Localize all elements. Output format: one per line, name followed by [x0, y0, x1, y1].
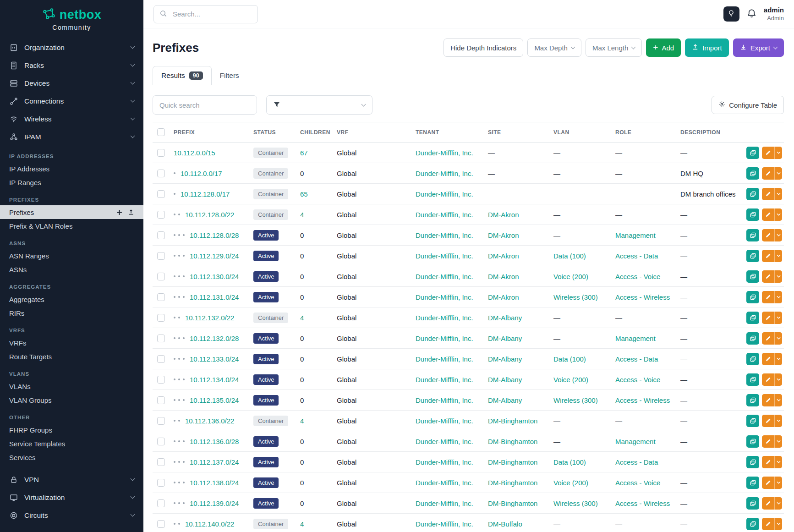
tenant-link[interactable]: Dunder-Mifflin, Inc. — [416, 293, 473, 301]
edit-dropdown-toggle[interactable] — [774, 435, 782, 448]
column-header-vrf[interactable]: VRF — [332, 122, 411, 143]
site-link[interactable]: DM-Akron — [488, 252, 519, 260]
edit-button[interactable] — [762, 270, 782, 283]
site-link[interactable]: DM-Binghamton — [488, 479, 537, 487]
site-link[interactable]: DM-Akron — [488, 293, 519, 301]
site-link[interactable]: DM-Binghamton — [488, 499, 537, 507]
copy-button[interactable] — [746, 147, 759, 159]
edit-button[interactable] — [762, 353, 782, 365]
children-count-link[interactable]: 67 — [300, 149, 308, 157]
edit-dropdown-toggle[interactable] — [774, 518, 782, 530]
role-link[interactable]: Management — [615, 438, 656, 445]
edit-button[interactable] — [762, 291, 782, 303]
edit-dropdown-toggle[interactable] — [774, 229, 782, 241]
edit-dropdown-toggle[interactable] — [774, 167, 782, 180]
role-link[interactable]: Access - Voice — [615, 376, 660, 384]
copy-button[interactable] — [746, 250, 759, 262]
tenant-link[interactable]: Dunder-Mifflin, Inc. — [416, 458, 473, 466]
edit-dropdown-toggle[interactable] — [774, 250, 782, 262]
column-header-prefix[interactable]: PREFIX — [169, 122, 249, 143]
prefix-link[interactable]: 10.112.128.0/28 — [190, 231, 239, 239]
copy-button[interactable] — [746, 208, 759, 221]
edit-dropdown-toggle[interactable] — [774, 394, 782, 406]
prefix-link[interactable]: 10.112.128.0/17 — [181, 190, 230, 198]
vlan-link[interactable]: Voice (200) — [553, 273, 588, 280]
site-link[interactable]: DM-Buffalo — [488, 520, 522, 528]
sidebar-item-asn-ranges[interactable]: ASN Ranges — [0, 249, 143, 263]
sidebar-item-route-targets[interactable]: Route Targets — [0, 350, 143, 363]
global-search-input[interactable] — [172, 10, 252, 18]
children-count-link[interactable]: 65 — [300, 190, 308, 198]
sidebar-item-aggregates[interactable]: Aggregates — [0, 292, 143, 306]
prefix-link[interactable]: 10.112.131.0/24 — [190, 293, 239, 301]
copy-button[interactable] — [746, 477, 759, 489]
site-link[interactable]: DM-Albany — [488, 355, 522, 363]
row-checkbox[interactable] — [157, 293, 165, 301]
role-link[interactable]: Access - Wireless — [615, 293, 670, 301]
sidebar-item-service-templates[interactable]: Service Templates — [0, 437, 143, 450]
edit-button[interactable] — [762, 456, 782, 468]
tenant-link[interactable]: Dunder-Mifflin, Inc. — [416, 149, 473, 157]
column-header-tenant[interactable]: TENANT — [411, 122, 483, 143]
sidebar-item-rirs[interactable]: RIRs — [0, 306, 143, 320]
row-checkbox[interactable] — [157, 479, 165, 487]
sidebar-item-asns[interactable]: ASNs — [0, 263, 143, 276]
row-checkbox[interactable] — [157, 314, 165, 322]
prefix-link[interactable]: 10.112.129.0/24 — [190, 252, 239, 260]
sidebar-group-connections[interactable]: Connections — [0, 92, 143, 110]
edit-dropdown-toggle[interactable] — [774, 147, 782, 159]
row-checkbox[interactable] — [157, 396, 165, 404]
role-link[interactable]: Access - Voice — [615, 273, 660, 280]
copy-button[interactable] — [746, 373, 759, 386]
row-checkbox[interactable] — [157, 252, 165, 260]
add-button[interactable]: + Add — [646, 38, 681, 57]
tenant-link[interactable]: Dunder-Mifflin, Inc. — [416, 479, 473, 487]
row-checkbox[interactable] — [157, 273, 165, 280]
tenant-link[interactable]: Dunder-Mifflin, Inc. — [416, 190, 473, 198]
prefix-link[interactable]: 10.112.134.0/24 — [190, 376, 239, 384]
tenant-link[interactable]: Dunder-Mifflin, Inc. — [416, 438, 473, 445]
edit-dropdown-toggle[interactable] — [774, 497, 782, 510]
sidebar-group-devices[interactable]: Devices — [0, 74, 143, 92]
copy-button[interactable] — [746, 497, 759, 510]
edit-button[interactable] — [762, 497, 782, 510]
column-header-site[interactable]: SITE — [483, 122, 549, 143]
prefix-link[interactable]: 10.112.137.0/24 — [190, 458, 239, 466]
vlan-link[interactable]: Data (100) — [553, 252, 586, 260]
edit-dropdown-toggle[interactable] — [774, 415, 782, 427]
sidebar-item-vrfs[interactable]: VRFs — [0, 336, 143, 350]
edit-button[interactable] — [762, 250, 782, 262]
prefix-link[interactable]: 10.112.0.0/15 — [174, 149, 215, 157]
role-link[interactable]: Management — [615, 335, 656, 342]
row-checkbox[interactable] — [157, 520, 165, 528]
prefix-link[interactable]: 10.112.132.0/28 — [190, 335, 239, 342]
edit-button[interactable] — [762, 435, 782, 448]
site-link[interactable]: DM-Binghamton — [488, 438, 537, 445]
edit-button[interactable] — [762, 373, 782, 386]
tenant-link[interactable]: Dunder-Mifflin, Inc. — [416, 520, 473, 528]
saved-filter-select[interactable] — [287, 95, 372, 115]
edit-button[interactable] — [762, 147, 782, 159]
column-header-description[interactable]: DESCRIPTION — [676, 122, 742, 143]
edit-dropdown-toggle[interactable] — [774, 456, 782, 468]
tenant-link[interactable]: Dunder-Mifflin, Inc. — [416, 252, 473, 260]
prefix-link[interactable]: 10.112.138.0/24 — [190, 479, 239, 487]
sidebar-item-vlans[interactable]: VLANs — [0, 379, 143, 393]
copy-button[interactable] — [746, 291, 759, 303]
quick-search[interactable] — [153, 95, 257, 115]
sidebar-group-racks[interactable]: Racks — [0, 56, 143, 74]
sidebar-group-ipam[interactable]: IPAM — [0, 128, 143, 146]
row-checkbox[interactable] — [157, 149, 165, 157]
tenant-link[interactable]: Dunder-Mifflin, Inc. — [416, 355, 473, 363]
edit-button[interactable] — [762, 394, 782, 406]
tenant-link[interactable]: Dunder-Mifflin, Inc. — [416, 231, 473, 239]
row-checkbox[interactable] — [157, 417, 165, 425]
import-button[interactable]: Import — [685, 38, 729, 57]
vlan-link[interactable]: Voice (200) — [553, 479, 588, 487]
role-link[interactable]: Access - Wireless — [615, 499, 670, 507]
sidebar-item-ip-ranges[interactable]: IP Ranges — [0, 176, 143, 189]
row-checkbox[interactable] — [157, 499, 165, 507]
sidebar-item-prefix-vlan-roles[interactable]: Prefix & VLAN Roles — [0, 219, 143, 233]
tenant-link[interactable]: Dunder-Mifflin, Inc. — [416, 499, 473, 507]
role-link[interactable]: Management — [615, 231, 656, 239]
